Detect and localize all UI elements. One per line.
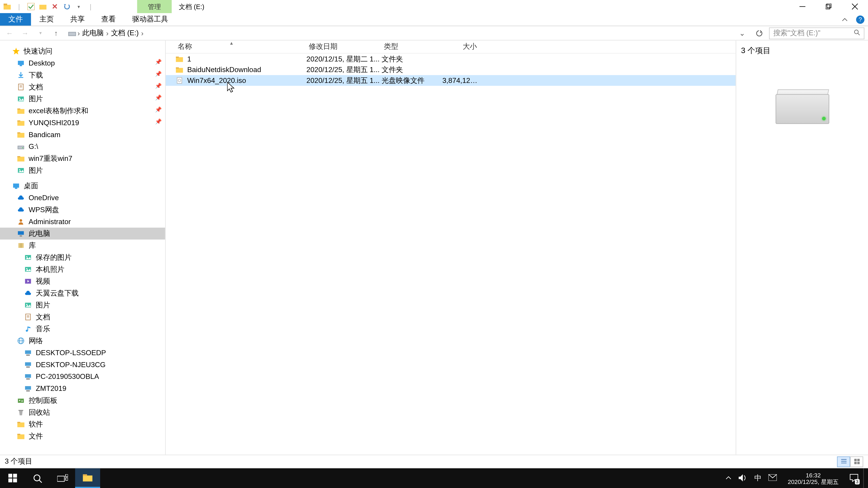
tree-item[interactable]: OneDrive — [0, 192, 165, 204]
tree-item[interactable]: 网络 — [0, 335, 165, 347]
file-icon — [175, 76, 184, 85]
titlebar: | ✕ ▾ | 管理 文档 (E:) — [0, 0, 868, 13]
qat-properties-icon[interactable] — [26, 2, 36, 11]
refresh-button[interactable] — [752, 30, 765, 37]
tree-item[interactable]: 视频 — [0, 275, 165, 287]
tree-item[interactable]: 控制面板 — [0, 394, 165, 406]
close-button[interactable] — [842, 0, 868, 13]
pc-icon — [17, 229, 25, 238]
tree-item[interactable]: win7重装win7 — [0, 153, 165, 164]
tree-item[interactable]: DESKTOP-LSSOEDP — [0, 347, 165, 359]
tree-item[interactable]: 天翼云盘下载 — [0, 287, 165, 299]
ribbon: 文件 主页 共享 查看 驱动器工具 ? — [0, 13, 868, 26]
svg-point-66 — [19, 400, 20, 401]
tab-drive-tools[interactable]: 驱动器工具 — [124, 13, 177, 26]
tree-item[interactable]: 图片 — [0, 164, 165, 176]
maximize-button[interactable] — [815, 0, 842, 13]
file-row[interactable]: 1 2020/12/15, 星期二 1... 文件夹 — [166, 54, 736, 64]
tree-item[interactable]: WPS网盘 — [0, 204, 165, 216]
tree-label: 视频 — [36, 276, 50, 286]
file-list[interactable]: ▴ 名称 修改日期 类型 大小 1 2020/12/15, 星期二 1... 文… — [166, 40, 736, 455]
column-headers[interactable]: ▴ 名称 修改日期 类型 大小 — [166, 40, 736, 54]
lib-icon — [17, 241, 25, 250]
tree-label: Bandicam — [29, 131, 61, 139]
tree-item[interactable]: 库 — [0, 239, 165, 252]
tree-item[interactable]: 本机照片 — [0, 263, 165, 275]
search-icon[interactable] — [854, 29, 860, 37]
tree-item[interactable]: Desktop📌 — [0, 57, 165, 69]
file-row[interactable]: Win7x64_2020.iso 2020/12/25, 星期五 1... 光盘… — [166, 75, 736, 86]
back-button[interactable]: ← — [4, 27, 16, 39]
qat-dropdown-icon[interactable]: ▾ — [74, 2, 84, 11]
svg-rect-25 — [17, 133, 24, 138]
tab-view[interactable]: 查看 — [93, 13, 124, 26]
col-date[interactable]: 修改日期 — [307, 42, 381, 52]
tree-label: 音乐 — [36, 324, 50, 334]
nav-tree[interactable]: 快速访问 Desktop📌下载📌文档📌图片📌excel表格制作求和📌YUNQIS… — [0, 40, 166, 455]
qat-delete-icon[interactable]: ✕ — [50, 2, 60, 11]
tree-item[interactable]: 回收站 — [0, 406, 165, 418]
tree-label: ZMT2019 — [36, 384, 66, 393]
file-row[interactable]: BaiduNetdiskDownload 2020/12/25, 星期五 1..… — [166, 64, 736, 75]
tab-file[interactable]: 文件 — [0, 13, 31, 26]
tree-item[interactable]: 此电脑 — [0, 228, 165, 239]
tree-desktop-root[interactable]: 桌面 — [0, 180, 165, 192]
clock[interactable]: 16:32 2020/12/25, 星期五 — [784, 471, 842, 485]
qat-undo-icon[interactable] — [62, 2, 71, 11]
tree-item[interactable]: 文档📌 — [0, 81, 165, 93]
tab-home[interactable]: 主页 — [31, 13, 62, 26]
tree-item[interactable]: 文件 — [0, 430, 165, 442]
tree-item[interactable]: 文档 — [0, 311, 165, 323]
tree-item[interactable]: DESKTOP-NJEU3CG — [0, 359, 165, 371]
minimize-button[interactable] — [789, 0, 815, 13]
action-center-icon[interactable]: 3 — [849, 473, 859, 483]
col-type[interactable]: 类型 — [381, 42, 442, 52]
tree-item[interactable]: PC-20190530OBLA — [0, 370, 165, 383]
ribbon-collapse-icon[interactable] — [837, 13, 852, 26]
start-button[interactable] — [0, 468, 25, 488]
file-name: 1 — [187, 55, 191, 63]
mail-icon[interactable] — [769, 474, 777, 482]
tree-item[interactable]: 图片📌 — [0, 93, 165, 105]
address-bar[interactable]: › 此电脑 › 文档 (E:) › ⌄ — [66, 27, 749, 39]
tree-item[interactable]: excel表格制作求和📌 — [0, 105, 165, 117]
tree-item[interactable]: Bandicam — [0, 129, 165, 141]
tree-item[interactable]: 保存的图片 — [0, 252, 165, 263]
help-button[interactable]: ? — [852, 13, 868, 26]
ribbon-context-tab[interactable]: 管理 — [137, 0, 172, 13]
forward-button[interactable]: → — [19, 27, 31, 39]
view-icons-button[interactable] — [850, 456, 863, 467]
tray-overflow-icon[interactable] — [726, 475, 732, 482]
search-input[interactable]: 搜索"文档 (E:)" — [769, 27, 864, 39]
qat-new-folder-icon[interactable] — [38, 2, 48, 11]
view-details-button[interactable] — [837, 456, 850, 467]
up-button[interactable]: ↑ — [50, 27, 62, 39]
col-name[interactable]: 名称 — [175, 42, 306, 52]
volume-icon[interactable] — [739, 474, 747, 482]
tree-item[interactable]: 音乐 — [0, 323, 165, 335]
task-view-button[interactable] — [50, 468, 75, 488]
recent-dropdown[interactable]: ▾ — [35, 27, 46, 39]
search-button[interactable] — [25, 468, 50, 488]
tab-share[interactable]: 共享 — [62, 13, 93, 26]
tree-item[interactable]: Administrator — [0, 216, 165, 228]
tree-item[interactable]: 图片 — [0, 299, 165, 311]
ime-indicator[interactable]: 中 — [754, 473, 762, 483]
tree-item[interactable]: G:\ — [0, 140, 165, 153]
tree-item[interactable]: 软件 — [0, 418, 165, 430]
qat-divider: | — [86, 2, 95, 11]
tree-label: 软件 — [29, 419, 43, 429]
breadcrumb[interactable]: 此电脑 — [81, 28, 105, 38]
task-explorer[interactable] — [75, 468, 100, 488]
tree-item[interactable]: ZMT2019 — [0, 383, 165, 394]
pin-icon: 📌 — [155, 83, 162, 89]
pin-icon: 📌 — [155, 95, 162, 101]
tree-item[interactable]: YUNQISHI2019📌 — [0, 117, 165, 129]
col-size[interactable]: 大小 — [442, 42, 479, 52]
address-history-dropdown[interactable]: ⌄ — [738, 29, 746, 37]
breadcrumb[interactable]: 文档 (E:) — [110, 28, 140, 38]
tree-item[interactable]: 下载📌 — [0, 69, 165, 81]
ribbon-context-label: 管理 — [148, 2, 161, 11]
show-desktop-button[interactable] — [863, 468, 868, 488]
tree-quick-access[interactable]: 快速访问 — [0, 45, 165, 57]
